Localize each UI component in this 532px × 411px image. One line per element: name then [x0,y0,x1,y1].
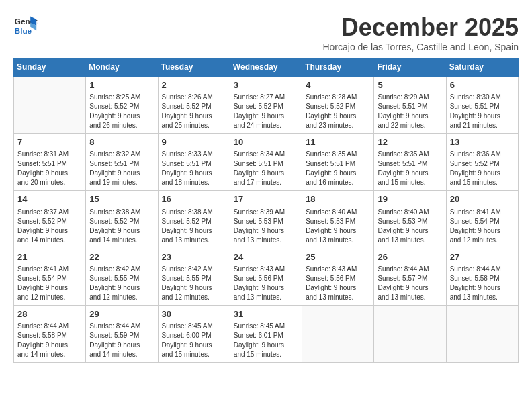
cell-info: Sunrise: 8:42 AM Sunset: 5:55 PM Dayligh… [89,265,154,302]
calendar-cell [446,305,518,362]
cell-info: Sunrise: 8:41 AM Sunset: 5:54 PM Dayligh… [17,265,82,302]
calendar-cell: 6Sunrise: 8:30 AM Sunset: 5:51 PM Daylig… [446,77,518,134]
calendar-cell [14,77,86,134]
day-header-friday: Friday [374,58,446,77]
day-number: 31 [234,308,298,320]
month-title: December 2025 [322,13,519,42]
calendar-week-4: 21Sunrise: 8:41 AM Sunset: 5:54 PM Dayli… [14,248,519,305]
cell-info: Sunrise: 8:38 AM Sunset: 5:52 PM Dayligh… [89,208,154,245]
day-number: 13 [450,136,515,148]
cell-info: Sunrise: 8:36 AM Sunset: 5:52 PM Dayligh… [450,150,515,187]
cell-info: Sunrise: 8:42 AM Sunset: 5:55 PM Dayligh… [162,265,226,302]
cell-info: Sunrise: 8:33 AM Sunset: 5:51 PM Dayligh… [162,150,226,187]
day-header-thursday: Thursday [302,58,374,77]
day-number: 29 [89,308,154,320]
day-number: 4 [306,79,370,91]
cell-info: Sunrise: 8:43 AM Sunset: 5:56 PM Dayligh… [306,265,370,302]
cell-info: Sunrise: 8:35 AM Sunset: 5:51 PM Dayligh… [378,150,442,187]
day-header-saturday: Saturday [446,58,518,77]
day-number: 22 [89,251,154,263]
day-number: 2 [162,79,226,91]
day-number: 28 [17,308,82,320]
day-header-monday: Monday [86,58,158,77]
calendar-cell: 5Sunrise: 8:29 AM Sunset: 5:51 PM Daylig… [374,77,446,134]
calendar-cell [374,305,446,362]
calendar-cell: 27Sunrise: 8:44 AM Sunset: 5:58 PM Dayli… [446,248,518,305]
cell-info: Sunrise: 8:45 AM Sunset: 6:00 PM Dayligh… [162,322,226,359]
day-number: 12 [378,136,442,148]
calendar-cell: 7Sunrise: 8:31 AM Sunset: 5:51 PM Daylig… [14,134,86,191]
calendar-cell: 9Sunrise: 8:33 AM Sunset: 5:51 PM Daylig… [158,134,230,191]
calendar-week-1: 1Sunrise: 8:25 AM Sunset: 5:52 PM Daylig… [14,77,519,134]
calendar-cell: 17Sunrise: 8:39 AM Sunset: 5:53 PM Dayli… [230,191,302,248]
calendar-cell: 3Sunrise: 8:27 AM Sunset: 5:52 PM Daylig… [230,77,302,134]
day-number: 27 [450,251,515,263]
day-number: 10 [234,136,298,148]
cell-info: Sunrise: 8:44 AM Sunset: 5:57 PM Dayligh… [378,265,442,302]
day-number: 24 [234,251,298,263]
calendar-header-row: SundayMondayTuesdayWednesdayThursdayFrid… [14,58,519,77]
calendar-cell: 20Sunrise: 8:41 AM Sunset: 5:54 PM Dayli… [446,191,518,248]
calendar-cell: 13Sunrise: 8:36 AM Sunset: 5:52 PM Dayli… [446,134,518,191]
header: General Blue December 2025 Horcajo de la… [13,13,519,52]
cell-info: Sunrise: 8:31 AM Sunset: 5:51 PM Dayligh… [17,150,82,187]
calendar-cell: 14Sunrise: 8:37 AM Sunset: 5:52 PM Dayli… [14,191,86,248]
calendar-cell: 10Sunrise: 8:34 AM Sunset: 5:51 PM Dayli… [230,134,302,191]
cell-info: Sunrise: 8:29 AM Sunset: 5:51 PM Dayligh… [378,93,442,130]
title-area: December 2025 Horcajo de las Torres, Cas… [322,13,519,52]
cell-info: Sunrise: 8:35 AM Sunset: 5:51 PM Dayligh… [306,150,370,187]
cell-info: Sunrise: 8:28 AM Sunset: 5:52 PM Dayligh… [306,93,370,130]
calendar-cell: 31Sunrise: 8:45 AM Sunset: 6:01 PM Dayli… [230,305,302,362]
calendar-cell: 26Sunrise: 8:44 AM Sunset: 5:57 PM Dayli… [374,248,446,305]
calendar-cell: 21Sunrise: 8:41 AM Sunset: 5:54 PM Dayli… [14,248,86,305]
day-number: 25 [306,251,370,263]
calendar-cell: 8Sunrise: 8:32 AM Sunset: 5:51 PM Daylig… [86,134,158,191]
calendar-cell: 4Sunrise: 8:28 AM Sunset: 5:52 PM Daylig… [302,77,374,134]
calendar-cell: 19Sunrise: 8:40 AM Sunset: 5:53 PM Dayli… [374,191,446,248]
day-number: 15 [89,193,154,205]
cell-info: Sunrise: 8:38 AM Sunset: 5:52 PM Dayligh… [162,208,226,245]
day-number: 17 [234,193,298,205]
cell-info: Sunrise: 8:44 AM Sunset: 5:58 PM Dayligh… [17,322,82,359]
day-number: 19 [378,193,442,205]
calendar-table: SundayMondayTuesdayWednesdayThursdayFrid… [13,58,519,363]
day-number: 16 [162,193,226,205]
calendar-cell: 25Sunrise: 8:43 AM Sunset: 5:56 PM Dayli… [302,248,374,305]
calendar-cell: 30Sunrise: 8:45 AM Sunset: 6:00 PM Dayli… [158,305,230,362]
calendar-cell [302,305,374,362]
calendar-cell: 24Sunrise: 8:43 AM Sunset: 5:56 PM Dayli… [230,248,302,305]
cell-info: Sunrise: 8:34 AM Sunset: 5:51 PM Dayligh… [234,150,298,187]
cell-info: Sunrise: 8:32 AM Sunset: 5:51 PM Dayligh… [89,150,154,187]
day-number: 11 [306,136,370,148]
day-number: 26 [378,251,442,263]
calendar-cell: 29Sunrise: 8:44 AM Sunset: 5:59 PM Dayli… [86,305,158,362]
cell-info: Sunrise: 8:39 AM Sunset: 5:53 PM Dayligh… [234,208,298,245]
cell-info: Sunrise: 8:40 AM Sunset: 5:53 PM Dayligh… [306,208,370,245]
calendar-cell: 12Sunrise: 8:35 AM Sunset: 5:51 PM Dayli… [374,134,446,191]
day-header-tuesday: Tuesday [158,58,230,77]
calendar-body: 1Sunrise: 8:25 AM Sunset: 5:52 PM Daylig… [14,77,519,363]
day-number: 21 [17,251,82,263]
cell-info: Sunrise: 8:43 AM Sunset: 5:56 PM Dayligh… [234,265,298,302]
calendar-cell: 18Sunrise: 8:40 AM Sunset: 5:53 PM Dayli… [302,191,374,248]
cell-info: Sunrise: 8:27 AM Sunset: 5:52 PM Dayligh… [234,93,298,130]
day-number: 1 [89,79,154,91]
calendar-cell: 11Sunrise: 8:35 AM Sunset: 5:51 PM Dayli… [302,134,374,191]
calendar-cell: 28Sunrise: 8:44 AM Sunset: 5:58 PM Dayli… [14,305,86,362]
day-number: 9 [162,136,226,148]
logo: General Blue [13,13,38,38]
cell-info: Sunrise: 8:45 AM Sunset: 6:01 PM Dayligh… [234,322,298,359]
logo-icon: General Blue [13,13,38,38]
cell-info: Sunrise: 8:41 AM Sunset: 5:54 PM Dayligh… [450,208,515,245]
calendar-cell: 23Sunrise: 8:42 AM Sunset: 5:55 PM Dayli… [158,248,230,305]
day-number: 7 [17,136,82,148]
svg-text:Blue: Blue [15,26,32,35]
day-header-sunday: Sunday [14,58,86,77]
day-number: 23 [162,251,226,263]
day-number: 5 [378,79,442,91]
day-number: 18 [306,193,370,205]
day-number: 8 [89,136,154,148]
cell-info: Sunrise: 8:40 AM Sunset: 5:53 PM Dayligh… [378,208,442,245]
calendar-cell: 16Sunrise: 8:38 AM Sunset: 5:52 PM Dayli… [158,191,230,248]
cell-info: Sunrise: 8:37 AM Sunset: 5:52 PM Dayligh… [17,208,82,245]
